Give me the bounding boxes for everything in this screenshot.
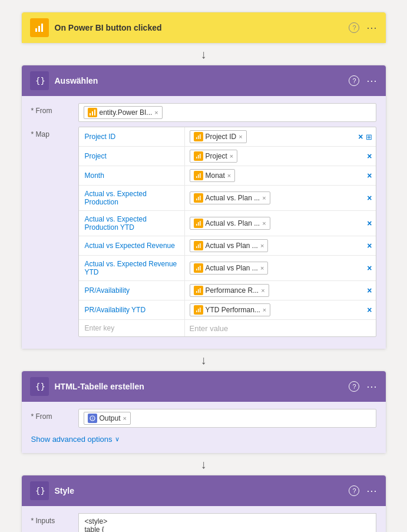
svg-rect-25 <box>196 269 197 270</box>
show-advanced-options[interactable]: Show advanced options ∨ <box>31 435 120 444</box>
style-code-line-0: <style> <box>85 517 370 526</box>
svg-rect-7 <box>196 137 197 139</box>
map-tag-close-3[interactable]: × <box>262 194 266 201</box>
style-card-title: Style <box>55 486 349 495</box>
map-tag-2: Monat × <box>190 169 236 182</box>
select-help-button[interactable]: ? <box>349 75 359 86</box>
html-table-card: {} HTML-Tabelle erstellen ? ··· * From f <box>21 371 386 454</box>
map-tag-icon-7 <box>194 286 203 295</box>
from-tag-input[interactable]: entity.Power BI... × <box>78 103 376 122</box>
map-key-4: Actual vs. Expected Production YTD <box>79 211 185 236</box>
style-card-icon: {} <box>30 481 49 500</box>
svg-rect-17 <box>198 197 199 200</box>
style-card-body: * Inputs <style> table { <box>22 506 386 532</box>
map-tag-6: Actual vs Plan ... × <box>190 262 269 275</box>
map-delete-2[interactable]: × <box>367 171 372 180</box>
from-tag-close[interactable]: × <box>154 109 158 116</box>
map-actions-1: × <box>363 147 375 166</box>
show-advanced-label: Show advanced options <box>31 435 112 444</box>
map-tag-0: Project ID × <box>190 130 247 143</box>
style-card-header: {} Style ? ··· <box>22 475 386 506</box>
map-table: Project ID Project ID × <box>78 127 376 337</box>
map-tag-3: Actual vs. Plan ... × <box>190 191 270 204</box>
svg-rect-20 <box>198 222 199 226</box>
html-from-tag-close[interactable]: × <box>123 415 127 422</box>
map-val-7: Performance R... × <box>185 281 364 300</box>
svg-rect-28 <box>196 291 197 293</box>
map-val-3: Actual vs. Plan ... × <box>185 186 364 210</box>
map-key-1: Project <box>79 147 185 166</box>
svg-rect-33 <box>200 308 201 312</box>
map-delete-0[interactable]: × <box>358 133 363 141</box>
map-delete-1[interactable]: × <box>367 152 372 160</box>
map-actions-7: × <box>363 281 375 300</box>
html-from-tag-icon: f <box>88 414 97 423</box>
svg-text:f: f <box>91 417 94 421</box>
map-delete-6[interactable]: × <box>367 264 372 272</box>
map-delete-8[interactable]: × <box>367 306 372 314</box>
svg-rect-5 <box>92 111 93 115</box>
map-val-6: Actual vs Plan ... × <box>185 256 364 280</box>
map-tag-icon-2 <box>194 171 203 180</box>
map-key-3: Actual vs. Expected Production <box>79 186 185 210</box>
map-tag-text-7: Performance R... <box>206 286 259 295</box>
map-val-4: Actual vs. Plan ... × <box>185 211 364 236</box>
from-tag-icon <box>88 108 97 117</box>
map-tag-text-1: Project <box>206 152 227 160</box>
trigger-more-button[interactable]: ··· <box>366 22 377 34</box>
html-table-more-button[interactable]: ··· <box>366 381 377 393</box>
arrow-3: ↓ <box>201 454 207 475</box>
map-tag-icon-6 <box>194 263 203 273</box>
svg-rect-19 <box>196 224 197 226</box>
map-tag-close-1[interactable]: × <box>230 153 233 160</box>
map-tag-close-6[interactable]: × <box>260 265 264 272</box>
trigger-icon <box>30 18 49 37</box>
curly-braces-icon-2: {} <box>34 381 45 392</box>
map-val-2: Monat × <box>185 166 364 185</box>
map-tag-close-2[interactable]: × <box>227 172 231 179</box>
map-row-3: Actual vs. Expected Production Actual vs… <box>79 186 376 211</box>
map-tag-close-7[interactable]: × <box>261 287 264 294</box>
map-delete-4[interactable]: × <box>367 219 372 227</box>
map-delete-5[interactable]: × <box>367 242 372 250</box>
from-label: * From <box>31 103 78 115</box>
map-row-7: PR/Availability Performance R... × <box>79 281 376 300</box>
map-settings-0[interactable]: ⊞ <box>366 133 372 141</box>
map-tag-close-4[interactable]: × <box>262 220 266 227</box>
map-tag-close-5[interactable]: × <box>260 242 264 249</box>
html-table-help-button[interactable]: ? <box>349 381 359 392</box>
map-tag-close-0[interactable]: × <box>239 133 242 140</box>
map-tag-icon-8 <box>194 305 203 315</box>
svg-rect-10 <box>196 157 197 158</box>
style-inputs-code[interactable]: <style> table { <box>78 513 376 532</box>
enter-value-placeholder[interactable]: Enter value <box>185 320 376 336</box>
trigger-title: On Power BI button clicked <box>55 23 349 32</box>
svg-text:{}: {} <box>35 76 45 85</box>
svg-rect-29 <box>198 289 199 293</box>
chevron-down-icon: ∨ <box>115 435 120 443</box>
svg-rect-15 <box>200 173 201 178</box>
trigger-help-button[interactable]: ? <box>349 22 359 33</box>
map-tag-text-0: Project ID <box>206 133 237 141</box>
map-value: Project ID Project ID × <box>78 127 376 337</box>
bar-chart-icon <box>34 22 45 33</box>
map-actions-4: × <box>363 211 375 236</box>
style-more-button[interactable]: ··· <box>366 485 377 497</box>
map-tag-close-8[interactable]: × <box>263 306 266 313</box>
flow-container: On Power BI button clicked ? ··· ↓ {} Au… <box>12 12 395 532</box>
html-from-tag-input[interactable]: f Output × <box>78 409 376 428</box>
select-card-actions: ? ··· <box>349 75 377 87</box>
html-from-label: * From <box>31 409 78 421</box>
select-card: {} Auswählen ? ··· * From <box>21 65 386 349</box>
map-delete-3[interactable]: × <box>367 194 372 202</box>
map-key-6: Actual vs. Expected Revenue YTD <box>79 256 185 280</box>
map-row-0: Project ID Project ID × <box>79 127 376 147</box>
svg-text:{}: {} <box>35 382 45 391</box>
style-help-button[interactable]: ? <box>349 485 359 496</box>
map-delete-7[interactable]: × <box>367 286 372 295</box>
map-key-5: Actual vs Expected Revenue <box>79 236 185 255</box>
enter-key-placeholder[interactable]: Enter key <box>79 320 185 336</box>
select-more-button[interactable]: ··· <box>366 75 377 87</box>
map-label: * Map <box>31 127 78 138</box>
svg-rect-11 <box>198 155 199 158</box>
